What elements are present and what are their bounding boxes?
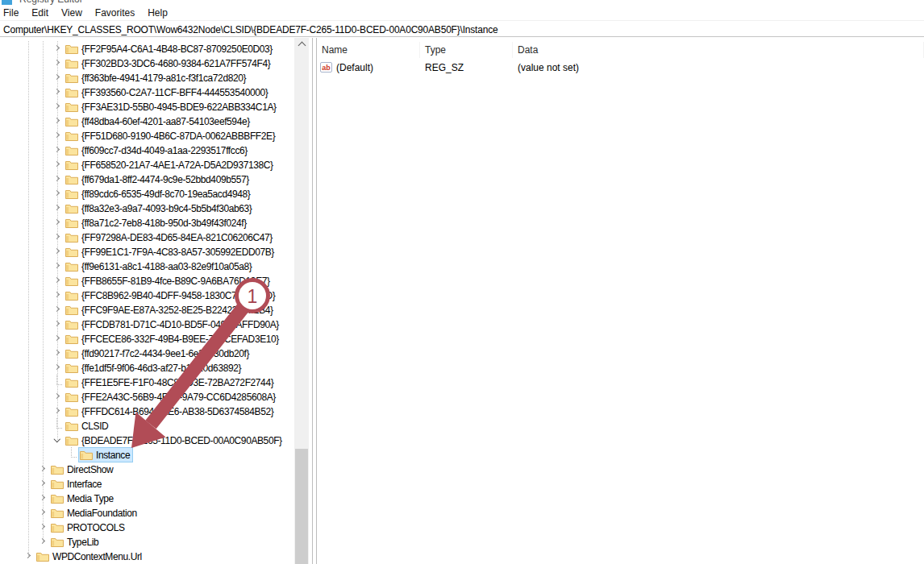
menu-item-view[interactable]: View — [55, 6, 89, 20]
connector-dots — [52, 377, 62, 387]
tree-item-guid[interactable]: {ff8a71c2-7eb8-418b-950d-3b49f43f024f} — [0, 215, 294, 230]
registry-value-row[interactable]: ab (Default) REG_SZ (value not set) — [317, 60, 924, 75]
tree-item-guid[interactable]: {FF3AE31D-55B0-4945-BDE9-622ABB334C1A} — [0, 99, 294, 114]
tree-item-guid[interactable]: {FF2F95A4-C6A1-4B48-BC87-8709250E0D03} — [0, 41, 294, 56]
tree-item-label: {ff679da1-8ff2-4474-9c9e-52bbd409b557} — [81, 173, 249, 185]
chevron-collapsed-icon[interactable] — [52, 218, 62, 227]
tree-item-guid[interactable]: {FFFDC614-B694-4AE6-AB38-5D6374584B52} — [0, 404, 294, 418]
chevron-collapsed-icon[interactable] — [52, 247, 62, 256]
tree-item-guid[interactable]: {FF658520-21A7-4AE1-A72A-D5A2D937138C} — [0, 157, 294, 172]
tree-item-media-type[interactable]: Media Type — [0, 491, 294, 505]
chevron-expanded-icon[interactable] — [52, 435, 62, 445]
chevron-collapsed-icon[interactable] — [52, 102, 62, 111]
tree-item-guid[interactable]: {ff679da1-8ff2-4474-9c9e-52bbd409b557} — [0, 172, 294, 186]
column-header-name[interactable]: Name — [317, 42, 420, 58]
scrollbar-thumb[interactable] — [295, 449, 308, 564]
chevron-collapsed-icon[interactable] — [38, 493, 48, 503]
chevron-collapsed-icon[interactable] — [52, 145, 62, 155]
chevron-collapsed-icon[interactable] — [52, 116, 62, 126]
tree-item-clsid[interactable]: CLSID — [0, 418, 294, 433]
tree-item-label: {ff89cdc6-6535-49df-8c70-19ea5acd4948} — [81, 188, 250, 200]
tree-item-label: {FFE1E5FE-F1F0-48C8-9D3E-72BA272F2744} — [81, 376, 273, 388]
tree-item-label: {FF97298A-DE83-4D65-84EA-821C06206C47} — [81, 231, 273, 243]
chevron-collapsed-icon[interactable] — [52, 261, 62, 271]
column-header-data[interactable]: Data — [513, 42, 924, 58]
chevron-collapsed-icon[interactable] — [52, 334, 62, 343]
tree-item-guid[interactable]: {ff8a32e3-a9a7-4093-b9c4-5b5b4f30ab63} — [0, 201, 294, 215]
tree-item-label: WPDContextMenu.Url — [52, 550, 142, 562]
chevron-collapsed-icon[interactable] — [52, 319, 62, 329]
chevron-collapsed-icon[interactable] — [52, 232, 62, 242]
chevron-collapsed-icon[interactable] — [52, 363, 62, 372]
tree-vertical-scrollbar[interactable] — [294, 38, 309, 564]
menu-item-favorites[interactable]: Favorites — [89, 6, 141, 20]
tree-item-guid[interactable]: {ff89cdc6-6535-49df-8c70-19ea5acd4948} — [0, 186, 294, 201]
tree-item-guid[interactable]: {BDEADE7F-C265-11D0-BCED-00A0C90AB50F} — [0, 433, 294, 447]
tree-item-protocols[interactable]: PROTOCOLS — [0, 520, 294, 534]
tree-item-guid[interactable]: {FF393560-C2A7-11CF-BFF4-444553540000} — [0, 85, 294, 99]
tree-item-guid[interactable]: {ff609cc7-d34d-4049-a1aa-2293517ffcc6} — [0, 143, 294, 157]
menu-item-file[interactable]: File — [0, 6, 25, 20]
chevron-collapsed-icon[interactable] — [52, 290, 62, 300]
tree-item-guid[interactable]: {FF97298A-DE83-4D65-84EA-821C06206C47} — [0, 230, 294, 244]
chevron-collapsed-icon[interactable] — [38, 464, 48, 474]
chevron-collapsed-icon[interactable] — [38, 479, 48, 488]
tree-item-label: {ffd90217-f7c2-4434-9ee1-6e25530db20f} — [81, 347, 249, 359]
tree-item-label: {ff363bfe-4941-4179-a81c-f3f1ca72d820} — [81, 72, 246, 84]
tree-item-guid[interactable]: {FF51D680-9190-4B6C-87DA-0062ABBBFF2E} — [0, 128, 294, 143]
tree-item-guid[interactable]: {ffe1df5f-9f06-46d3-af27-b1fc10d63892} — [0, 360, 294, 375]
tree-item-guid[interactable]: {FFC9F9AE-E87A-3252-8E25-B22423A8F2B4} — [0, 302, 294, 317]
tree-item-wpdcontextmenu-url[interactable]: WPDContextMenu.Url — [0, 549, 294, 563]
chevron-collapsed-icon[interactable] — [38, 537, 48, 546]
chevron-collapsed-icon[interactable] — [52, 131, 62, 140]
tree-item-guid[interactable]: {FFB8655F-81B9-4fce-B89C-9A6BA76D13E7} — [0, 273, 294, 288]
menu-item-edit[interactable]: Edit — [25, 6, 55, 20]
tree-item-guid[interactable]: {ff363bfe-4941-4179-a81c-f3f1ca72d820} — [0, 70, 294, 85]
folder-icon — [65, 348, 78, 359]
tree-item-mediafoundation[interactable]: MediaFoundation — [0, 505, 294, 520]
chevron-collapsed-icon[interactable] — [52, 305, 62, 314]
tree-item-label: TypeLib — [67, 536, 98, 548]
chevron-collapsed-icon[interactable] — [52, 348, 62, 358]
tree-item-instance[interactable]: Instance — [0, 447, 294, 462]
folder-icon — [65, 334, 78, 344]
chevron-collapsed-icon[interactable] — [52, 44, 62, 53]
scrollbar-up-arrow-icon[interactable] — [294, 38, 309, 52]
address-bar-input[interactable] — [0, 22, 924, 36]
chevron-collapsed-icon[interactable] — [52, 73, 62, 82]
tree-item-guid[interactable]: {ffd90217-f7c2-4434-9ee1-6e25530db20f} — [0, 346, 294, 360]
tree-item-guid[interactable]: {FFCDB781-D71C-4D10-BD5F-04932AFFD90A} — [0, 317, 294, 331]
tree-item-guid[interactable]: {FFE1E5FE-F1F0-48C8-9D3E-72BA272F2744} — [0, 375, 294, 389]
chevron-collapsed-icon[interactable] — [52, 276, 62, 285]
tree-item-guid[interactable]: {FFC8B962-9B40-4DFF-9458-1830C7DD2F5D} — [0, 288, 294, 302]
chevron-collapsed-icon[interactable] — [52, 392, 62, 401]
column-header-type[interactable]: Type — [420, 42, 513, 58]
chevron-collapsed-icon[interactable] — [52, 406, 62, 416]
chevron-collapsed-icon[interactable] — [52, 189, 62, 198]
tree-item-directshow[interactable]: DirectShow — [0, 462, 294, 476]
tree-item-guid[interactable]: {ff9e6131-a8c1-4188-aa03-82e9f10a05a8} — [0, 259, 294, 273]
folder-icon — [65, 261, 78, 272]
tree-item-guid[interactable]: {FFCECE86-332F-49B4-B9EE-7F5CEFAD3E10} — [0, 331, 294, 346]
tree-item-guid[interactable]: {FF302BD3-3DC6-4680-9384-621A7FF574F4} — [0, 56, 294, 70]
value-name: (Default) — [336, 62, 373, 73]
chevron-collapsed-icon[interactable] — [52, 87, 62, 97]
chevron-collapsed-icon[interactable] — [52, 160, 62, 169]
chevron-collapsed-icon[interactable] — [23, 551, 33, 561]
value-type: REG_SZ — [420, 62, 513, 73]
tree-item-guid[interactable]: {ff48dba4-60ef-4201-aa87-54103eef594e} — [0, 114, 294, 128]
folder-icon — [51, 537, 64, 547]
chevron-collapsed-icon[interactable] — [38, 508, 48, 517]
tree-item-typelib[interactable]: TypeLib — [0, 534, 294, 549]
folder-icon — [65, 58, 78, 68]
tree-item-interface[interactable]: Interface — [0, 476, 294, 491]
chevron-collapsed-icon[interactable] — [52, 58, 62, 68]
tree-item-guid[interactable]: {FFE2A43C-56B9-4E2B-9A79-CC6D4285608A} — [0, 389, 294, 404]
tree-item-guid[interactable]: {FF99E1C1-7F9A-4C83-8A57-305992EDD07B} — [0, 244, 294, 259]
tree-item-label: {FFFDC614-B694-4AE6-AB38-5D6374584B52} — [81, 405, 273, 417]
folder-icon — [65, 87, 78, 97]
chevron-collapsed-icon[interactable] — [52, 174, 62, 184]
menu-item-help[interactable]: Help — [141, 6, 174, 20]
chevron-collapsed-icon[interactable] — [38, 522, 48, 532]
chevron-collapsed-icon[interactable] — [52, 203, 62, 213]
